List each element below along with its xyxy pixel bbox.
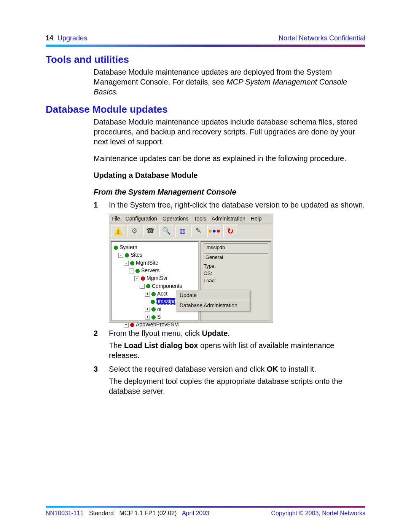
- footer: NN10031-111 Standard MCP 1.1 FP1 (02.02)…: [46, 506, 365, 517]
- toolbar-refresh-icon[interactable]: ↻: [223, 225, 237, 237]
- expand-icon[interactable]: +: [145, 315, 150, 320]
- subheading-updating: Updating a Database Module: [94, 170, 365, 180]
- toolbar-people-icon[interactable]: ●●●: [207, 225, 221, 237]
- step-3: 3 Select the required database version a…: [94, 364, 365, 396]
- warning-icon: [114, 227, 123, 235]
- subheading-from-console: From the System Management Console: [94, 187, 365, 197]
- people-icon: ●●●: [208, 227, 221, 235]
- collapse-icon[interactable]: -: [140, 284, 145, 289]
- footer-release: MCP 1.1 FP1 (02.02): [119, 510, 177, 516]
- tree-pane[interactable]: System -Sites -MgmtSite -Servers -MgmtSv…: [111, 241, 199, 321]
- page-number: 14: [46, 34, 53, 42]
- collapse-icon[interactable]: -: [118, 253, 123, 258]
- phone-icon: ☎: [146, 227, 155, 235]
- toolbar-edit-icon[interactable]: ✎: [191, 225, 205, 237]
- toolbar-search-icon[interactable]: 🔍: [159, 225, 173, 237]
- tree-mgmtsite[interactable]: -MgmtSite: [113, 259, 197, 267]
- heading-dbupdates: Database Module updates: [46, 104, 365, 115]
- menu-operations[interactable]: Operations: [162, 215, 188, 222]
- footer-class: Standard: [89, 510, 114, 516]
- step-2: 2 From the flyout menu, click Update. Th…: [94, 328, 365, 360]
- tree-sites[interactable]: -Sites: [113, 251, 197, 259]
- step-1: 1 In the System tree, right-click the da…: [94, 200, 365, 210]
- footer-docid: NN10031-111: [46, 510, 84, 516]
- collapse-icon[interactable]: -: [134, 276, 139, 281]
- footer-copyright: Copyright © 2003, Nortel Networks: [271, 510, 365, 517]
- tree-s[interactable]: +S: [113, 313, 197, 321]
- expand-icon[interactable]: +: [145, 292, 150, 297]
- details-os: OS:: [204, 270, 268, 277]
- details-title: imssipdb: [204, 243, 268, 252]
- section-name: Upgrades: [57, 34, 87, 42]
- menu-file[interactable]: File: [112, 215, 120, 222]
- dbupdates-body: Database Module maintenance updates incl…: [94, 117, 365, 396]
- tree-components[interactable]: -Components: [113, 282, 197, 290]
- refresh-icon: ↻: [227, 226, 234, 236]
- heading-tools: Tools and utilities: [46, 54, 365, 66]
- context-menu-dbadmin[interactable]: Database Administration: [176, 300, 250, 310]
- screenshot-console: File Configuration Operations Tools Admi…: [109, 214, 273, 323]
- toolbar-alert-icon[interactable]: [112, 225, 125, 237]
- menu-tools[interactable]: Tools: [194, 215, 206, 222]
- details-load: Load:: [204, 278, 268, 284]
- expand-icon[interactable]: +: [124, 323, 129, 328]
- bars-icon: ▥: [180, 227, 185, 235]
- context-menu-update[interactable]: Update: [176, 290, 250, 300]
- edit-icon: ✎: [196, 227, 201, 235]
- details-type: Type:: [204, 263, 268, 270]
- network-icon: ⚙: [131, 227, 137, 235]
- tree-root[interactable]: System: [113, 243, 197, 251]
- search-icon: 🔍: [162, 227, 170, 235]
- toolbar-phone-icon[interactable]: ☎: [143, 225, 157, 237]
- context-menu: Update Database Administration: [175, 290, 250, 311]
- para-db-2: Maintenance updates can be done as expla…: [94, 153, 365, 163]
- header-left: 14 Upgrades: [46, 34, 87, 42]
- tree-mgmtsvr[interactable]: -MgmtSvr: [113, 274, 197, 282]
- confidential-label: Nortel Networks Confidential: [279, 34, 365, 42]
- para-db-1: Database Module maintenance updates incl…: [94, 117, 365, 147]
- collapse-icon[interactable]: -: [129, 268, 134, 273]
- details-group: General: [204, 253, 268, 262]
- para-tools: Database Module maintenance updates are …: [94, 67, 365, 97]
- toolbar-stats-icon[interactable]: ▥: [175, 225, 189, 237]
- toolbar-network-icon[interactable]: ⚙: [127, 225, 141, 237]
- footer-rule: [46, 506, 365, 508]
- toolbar: ⚙ ☎ 🔍 ▥ ✎ ●●● ↻: [109, 224, 273, 239]
- expand-icon[interactable]: +: [145, 307, 150, 312]
- menu-configuration[interactable]: Configuration: [126, 215, 157, 222]
- menu-administration[interactable]: Administration: [212, 215, 245, 222]
- footer-date: April 2003: [182, 510, 209, 516]
- menubar: File Configuration Operations Tools Admi…: [109, 214, 273, 224]
- tree-appweb[interactable]: +AppWebProvESM: [113, 321, 197, 328]
- status-icon: [114, 246, 118, 250]
- menu-help[interactable]: Help: [251, 215, 262, 222]
- header-rule: [46, 45, 365, 47]
- collapse-icon[interactable]: -: [124, 261, 129, 266]
- tree-servers[interactable]: -Servers: [113, 267, 197, 274]
